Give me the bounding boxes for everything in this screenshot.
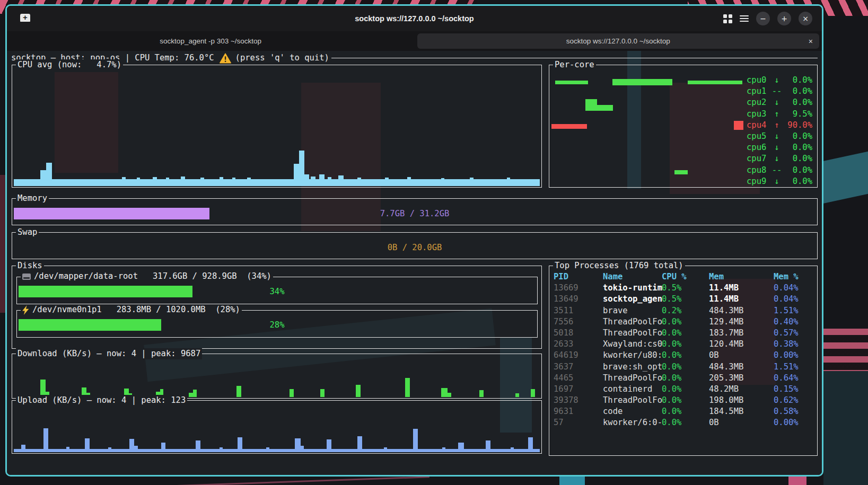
chart-bar [511, 447, 514, 452]
core-trend-icon: ↑ [771, 120, 783, 131]
process-cpu: 0.0% [662, 395, 681, 406]
tab-label: socktop_agent -p 303 ~/socktop [160, 37, 261, 45]
column-cpu: CPU % [662, 271, 687, 283]
process-name: ThreadPoolFo [603, 395, 662, 406]
core-usage-value: 0.0% [783, 176, 812, 187]
tab-overview-button[interactable] [723, 14, 732, 23]
process-pid: 1697 [554, 384, 573, 395]
process-name: tokio-runtim [603, 283, 662, 294]
tab-label: socktop ws://127.0.0.0 ~/socktop [566, 37, 670, 45]
chart-bar [319, 174, 325, 186]
process-rows: 13669tokio-runtim0.5%11.4MB0.04%13649soc… [554, 283, 814, 428]
core-name: cpu7 [747, 153, 771, 164]
chart-bar [385, 178, 389, 186]
core-name: cpu6 [747, 142, 771, 153]
process-mem: 48.2MB [709, 384, 739, 395]
process-pid: 64619 [554, 350, 578, 361]
process-mem: 129.4MB [709, 316, 743, 328]
process-mem: 205.3MB [709, 373, 743, 384]
chart-bar [357, 178, 361, 186]
process-cpu: 0.0% [662, 328, 681, 339]
core-trend-icon: ↓ [771, 176, 783, 187]
disk-usage-percent: 28% [17, 319, 537, 331]
core-row-cpu8: cpu8--0.0% [747, 165, 812, 176]
wallpaper-accent [133, 476, 429, 485]
chart-bar [294, 164, 299, 186]
chart-bar [122, 177, 126, 186]
core-history-segment [612, 79, 672, 85]
per-core-list: cpu0↓0.0%cpu1--0.0%cpu2↓0.0%cpu3↑9.5%cpu… [747, 75, 812, 187]
process-pid: 2633 [554, 339, 573, 350]
chart-bar [356, 385, 361, 397]
column-mem: Mem [709, 271, 724, 283]
process-mem-percent: 0.40% [774, 316, 799, 328]
tab-bar: socktop_agent -p 303 ~/socktop socktop w… [7, 31, 822, 51]
top-processes-panel: Top Processes (1769 total) PID Name CPU … [549, 266, 818, 456]
core-trend-icon: ↓ [771, 153, 783, 164]
download-chart [14, 355, 540, 397]
core-name: cpu8 [747, 165, 771, 176]
core-row-cpu1: cpu1--0.0% [747, 86, 812, 97]
process-mem-percent: 0.62% [774, 395, 799, 406]
core-history-segment [597, 105, 613, 111]
chart-bar [515, 393, 519, 397]
core-row-cpu3: cpu3↑9.5% [747, 109, 812, 120]
process-name: brave:sh_opt [603, 361, 662, 373]
maximize-button[interactable]: + [777, 12, 791, 25]
process-row: 64619kworker/u80:0.0%0B0.00% [554, 350, 814, 361]
minimize-button[interactable]: − [756, 12, 770, 25]
process-row: 3511brave0.2%484.3MB1.51% [554, 305, 814, 316]
chart-bar [161, 443, 165, 452]
process-table-header: PID Name CPU % Mem Mem % [554, 271, 814, 283]
chart-bar [196, 440, 200, 452]
header-rule [331, 58, 818, 58]
chart-bar [320, 389, 325, 397]
process-pid: 5018 [554, 328, 573, 339]
swap-panel: Swap 0B / 20.0GB [12, 232, 818, 259]
core-row-cpu2: cpu2↓0.0% [747, 97, 812, 108]
chart-bar [189, 393, 193, 397]
core-history-segment [674, 170, 688, 174]
chart-bar [357, 436, 362, 452]
process-mem: 0B [709, 417, 719, 428]
window-title: socktop ws://127.0.0.0 ~/socktop [355, 14, 474, 23]
chart-bar [200, 178, 204, 186]
new-tab-button[interactable]: + [20, 13, 31, 23]
chart-bar [327, 439, 331, 452]
wallpaper-accent [559, 475, 585, 485]
process-mem-percent: 1.51% [774, 305, 799, 316]
process-mem: 11.4MB [709, 283, 739, 294]
column-name: Name [603, 271, 622, 283]
chart-bar [413, 429, 418, 452]
tab-socktop-agent[interactable]: socktop_agent -p 303 ~/socktop [10, 33, 412, 49]
process-name: ThreadPoolFo [603, 316, 662, 328]
window-controls: − + × [723, 6, 812, 31]
process-mem: 0B [709, 350, 719, 361]
process-cpu: 0.5% [662, 294, 681, 305]
core-name: cpu5 [747, 131, 771, 142]
process-pid: 7556 [554, 316, 573, 328]
close-button[interactable]: × [799, 12, 812, 25]
process-cpu: 0.0% [662, 361, 681, 373]
chart-bar [448, 393, 451, 397]
chart-bar [166, 178, 169, 186]
upload-chart [14, 402, 540, 452]
menu-button[interactable] [740, 15, 749, 22]
chart-bar [507, 178, 510, 186]
chart-bar [295, 438, 301, 452]
tab-socktop[interactable]: socktop ws://127.0.0.0 ~/socktop × [417, 33, 820, 49]
upload-panel: Upload (KB/s) — now: 4 | peak: 123 [12, 400, 542, 454]
memory-panel-title: Memory [16, 193, 49, 204]
core-name: cpu2 [747, 97, 771, 108]
chart-bar [479, 390, 484, 397]
core-trend-icon: ↓ [771, 97, 783, 108]
tab-close-icon[interactable]: × [809, 37, 813, 46]
memory-panel: Memory 7.7GB / 31.2GB [12, 198, 818, 225]
process-name: ThreadPoolFo [603, 328, 662, 339]
core-name: cpu3 [747, 109, 771, 120]
core-alert-marker [734, 121, 743, 130]
chart-bar [153, 177, 157, 186]
core-trend-icon: ↓ [771, 75, 783, 86]
process-row: 4465ThreadPoolFo0.0%205.3MB0.64% [554, 373, 814, 384]
process-row: 9631code0.0%184.5MB0.58% [554, 406, 814, 417]
